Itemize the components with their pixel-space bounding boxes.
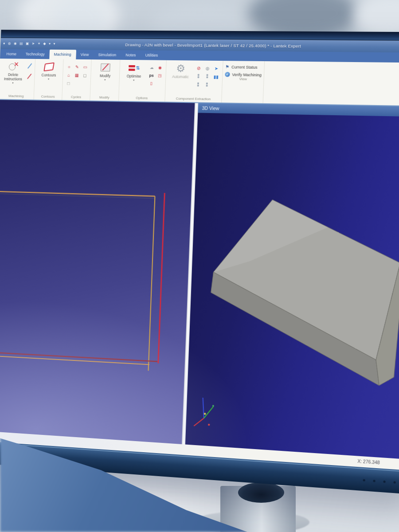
current-status-button[interactable]: ⚑ Current Status [225,64,262,70]
pentagon-cycle-icon[interactable]: ⌂ [65,71,73,79]
cloud-icon[interactable]: ☁ [148,64,156,71]
delete-instructions-button[interactable]: ✕ Delete Instructions ▾ [1,61,25,84]
modify-icon [101,62,110,73]
stand-cable-notch [238,482,284,503]
bezel-button[interactable] [393,481,395,484]
rect-cycle-icon[interactable]: ▭ [82,63,89,71]
hatch-cycle-icon[interactable]: ▦ [73,71,81,79]
delete-instructions-label: Delete Instructions [1,73,25,82]
group-label-component-extraction: Component Extraction [167,96,219,102]
tree-icon[interactable]: ⁑ [194,81,203,89]
ribbon-group-modify: Modify ▾ Modify [90,59,120,101]
tree-icon[interactable]: ⁑ [203,73,211,81]
delete-instructions-icon: ✕ [9,61,19,72]
tab-simulation[interactable]: Simulation [94,50,121,60]
square-cycle-icon[interactable]: □ [65,80,72,87]
axis-y-green [204,406,213,419]
automatic-label: Automatic [172,75,189,79]
contours-button[interactable]: Contours ▾ [37,61,61,80]
ribbon-group-machining: ✕ Delete Instructions ▾ Machining [0,59,35,99]
group-label-options: Options [121,96,163,102]
part-right-edge-orange [149,196,155,371]
stop-icon[interactable]: ⊘ [195,64,203,72]
axis-tip-dot [212,405,214,407]
view-3d-panel: 3D View [185,103,399,461]
tree-icon[interactable]: ⁑ [194,73,203,80]
modify-button[interactable]: Modify ▾ [93,62,118,81]
monitor: ● ◍ ◉ ▤ ▣ ➤ ✦ ◆ ▾ ▾ Drawing - A2N with b… [0,30,399,494]
ribbon-group-contours: Contours ▾ Contours [34,59,64,100]
ribbon: ✕ Delete Instructions ▾ Machining [0,59,399,107]
group-label-cycles: Cycles [64,95,88,101]
tab-home[interactable]: Home [2,49,21,59]
workspace: 3D View [0,100,399,460]
gear-icon: ⚙ [176,63,185,74]
circle-cycle-icon[interactable]: ○ [65,63,73,70]
view-3d-viewport[interactable] [185,113,399,461]
group-label-contours: Contours [36,94,60,100]
bezel-button[interactable] [373,480,375,482]
bezel-button[interactable] [363,479,365,481]
ribbon-group-cycles: ○ ✎ ▭ ⌂ ▦ ◻ □ Cycles [62,59,92,101]
sphere-icon[interactable]: ◍ [203,65,212,72]
optimise-label: Optimise [127,74,141,79]
toolpath-bottom-edge-red [0,352,157,362]
chevron-down-icon: ▾ [133,78,134,81]
part-top-edge-orange [0,192,155,196]
current-status-label: Current Status [231,65,258,70]
axis-tip-dot [208,424,210,426]
verify-machining-label: Verify Machining [232,72,262,77]
group-label-machining: Machining [0,94,31,100]
pen-cycle-icon[interactable]: ✎ [74,63,81,71]
tab-utilities[interactable]: Utilities [141,50,163,60]
axis-x-red [194,418,204,426]
group-label-modify: Modify [92,95,116,101]
optimise-button[interactable]: ⇅ Optimise ▾ [121,62,146,82]
axis-z-blue [202,398,205,418]
tree-icon[interactable]: ⁑ [203,82,211,89]
chart-icon[interactable]: ▮▮ [212,73,220,81]
ribbon-group-options: ⇅ Optimise ▾ ☁ ◉ ps ◳ ▯ Options [119,60,167,102]
toolpath-right-edge-red [158,193,165,363]
monitor-stand [220,486,296,532]
x-coordinate-readout: X: 276.348 [357,458,380,465]
screen: ● ◍ ◉ ▤ ▣ ➤ ✦ ◆ ▾ ▾ Drawing - A2N with b… [0,38,399,471]
ribbon-group-view: ⚑ Current Status ✔ Verify Machining View [222,61,265,103]
chevron-down-icon: ▾ [48,78,49,80]
tab-technology[interactable]: Technology [21,49,50,59]
stamp-icon[interactable]: ◉ [156,64,164,71]
drawing-2d-panel[interactable] [0,100,195,444]
optimise-icon: ⇅ [129,62,140,74]
drawing-2d-canvas [0,100,195,444]
automatic-button[interactable]: ⚙ Automatic [168,63,193,79]
bezel-button[interactable] [383,481,385,483]
chevron-down-icon: ▾ [104,78,106,81]
ps-icon[interactable]: ps [148,72,155,79]
axis-gizmo [194,397,214,427]
axis-origin-dot [204,413,206,415]
page-icon[interactable]: ▯ [147,80,155,87]
chevron-down-icon: ▾ [12,82,13,84]
slab-3d-render [185,113,399,460]
shape-cycle-icon[interactable]: ◻ [81,71,89,79]
modify-label: Modify [100,74,111,78]
status-flag-icon: ⚑ [225,64,229,69]
tab-view[interactable]: View [76,50,94,59]
plane-icon[interactable]: ➤ [212,65,221,72]
shape-icon[interactable]: ◳ [156,72,164,79]
view-3d-title: 3D View [202,106,219,111]
verify-check-icon: ✔ [225,72,230,77]
ribbon-group-component-extraction: ⚙ Automatic ⊘ ◍ ➤ ⁑ ⁑ ▮▮ ⁑ ⁑ Component E… [165,60,223,103]
cut-line-tool-icon[interactable] [26,73,32,79]
group-label-view: View [225,77,262,82]
tab-machining[interactable]: Machining [49,50,76,59]
tab-notes[interactable]: Notes [121,50,141,60]
contours-icon [44,61,54,73]
line-tool-icon[interactable] [27,63,33,69]
contours-label: Contours [41,73,56,78]
